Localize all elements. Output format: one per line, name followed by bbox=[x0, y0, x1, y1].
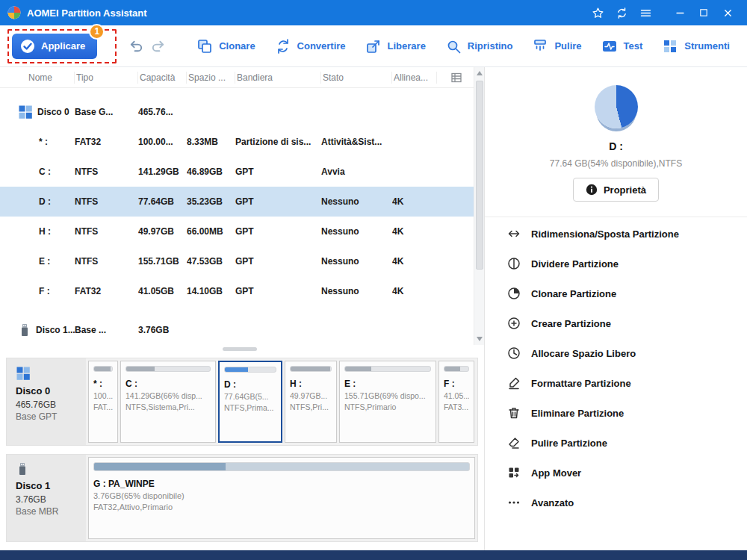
column-header-stato[interactable]: Stato bbox=[321, 72, 392, 84]
table-row-item[interactable]: * :FAT32100.00...8.33MBPartizione di sis… bbox=[0, 127, 474, 157]
close-icon[interactable] bbox=[716, 2, 740, 23]
partition-block-g-pa-winpe[interactable]: G : PA_WINPE3.76GB(65% disponibile)FAT32… bbox=[88, 457, 475, 539]
partition-filesystem: NTFS,Prima... bbox=[224, 403, 276, 412]
column-header-spazio[interactable]: Spazio ... bbox=[187, 72, 235, 84]
partition-block-f[interactable]: F :41.05...FAT3... bbox=[438, 361, 474, 443]
minimize-icon[interactable] bbox=[668, 2, 692, 23]
partition-size: 41.05... bbox=[444, 391, 469, 400]
toolbar-item-strumenti[interactable]: Strumenti bbox=[662, 38, 730, 55]
partition-block-c[interactable]: C :141.29GB(66% disp...NTFS,Sistema,Pri.… bbox=[120, 361, 216, 443]
menu-item-pulire-partizione[interactable]: Pulire Partizione bbox=[485, 428, 747, 458]
menu-item-ridimensiona-sposta-partizione[interactable]: Ridimensiona/Sposta Partizione bbox=[485, 219, 747, 249]
vertical-scrollbar[interactable] bbox=[474, 67, 484, 345]
row-cell: Nessuno bbox=[321, 286, 392, 296]
apply-button[interactable]: Applicare bbox=[12, 34, 97, 59]
row-cell: 35.23GB bbox=[187, 196, 235, 207]
toolbar-item-clonare[interactable]: Clonare bbox=[196, 38, 255, 55]
window-title: AOMEI Partition Assistant bbox=[27, 7, 147, 19]
row-cell: Avvia bbox=[321, 167, 392, 177]
status-strip bbox=[0, 550, 747, 560]
disk-info-disco-0[interactable]: Disco 0465.76GBBase GPT bbox=[7, 358, 86, 445]
properties-button-label: Proprietà bbox=[604, 184, 646, 196]
partition-size: 155.71GB(69% dispo... bbox=[344, 391, 431, 400]
column-header-tipo[interactable]: Tipo bbox=[75, 72, 138, 84]
table-row-h[interactable]: H :NTFS49.97GB66.00MBGPTNessuno4K bbox=[0, 217, 474, 246]
info-icon bbox=[586, 184, 598, 196]
disk-info-disco-1[interactable]: Disco 13.76GBBase MBR bbox=[7, 455, 86, 541]
row-cell: 100.00... bbox=[138, 137, 187, 147]
column-header-capacit[interactable]: Capacità bbox=[138, 72, 187, 84]
toolbar-item-label: Pulire bbox=[554, 40, 581, 52]
properties-button[interactable]: Proprietà bbox=[573, 178, 659, 202]
apply-button-label: Applicare bbox=[41, 40, 85, 52]
partition-size: 49.97GB... bbox=[290, 391, 332, 400]
toolbar-item-ripristino[interactable]: Ripristino bbox=[445, 38, 513, 55]
toolbar-item-test[interactable]: Test bbox=[601, 38, 643, 55]
disk-size: 465.76GB bbox=[16, 399, 81, 410]
row-cell: 14.10GB bbox=[187, 286, 235, 296]
column-header-nome[interactable]: Nome bbox=[0, 72, 75, 84]
row-cell: Partizione di sis... bbox=[235, 137, 321, 147]
convert-icon bbox=[275, 38, 291, 55]
toolbar-item-liberare[interactable]: Liberare bbox=[365, 38, 426, 55]
row-cell: Nessuno bbox=[321, 256, 392, 267]
scrollbar-thumb[interactable] bbox=[476, 81, 483, 270]
table-row-d[interactable]: D :NTFS77.64GB35.23GBGPTNessuno4K bbox=[0, 187, 474, 217]
usage-bar bbox=[344, 366, 431, 372]
menu-item-creare-partizione[interactable]: Creare Partizione bbox=[485, 308, 747, 338]
menu-item-eliminare-partizione[interactable]: Eliminare Partizione bbox=[485, 398, 747, 428]
table-row-f[interactable]: F :FAT3241.05GB14.10GBGPTNessuno4K bbox=[0, 276, 474, 306]
partition-filesystem: FAT32,Attivo,Primario bbox=[93, 503, 470, 511]
row-cell: Nessuno bbox=[321, 226, 392, 237]
column-header-bandiera[interactable]: Bandiera bbox=[235, 72, 321, 84]
favorite-icon[interactable] bbox=[586, 2, 610, 23]
undo-icon[interactable] bbox=[128, 38, 144, 54]
toolbar-item-pulire[interactable]: Pulire bbox=[532, 38, 581, 55]
row-name-cell: Disco 0 bbox=[0, 105, 75, 119]
scroll-up-icon[interactable] bbox=[477, 71, 483, 75]
partition-label: F : bbox=[444, 379, 469, 389]
menu-item-allocare-spazio-libero[interactable]: Allocare Spazio Libero bbox=[485, 338, 747, 368]
scroll-down-icon[interactable] bbox=[477, 337, 483, 341]
menu-item-label: Ridimensiona/Sposta Partizione bbox=[531, 228, 679, 240]
menu-item-app-mover[interactable]: App Mover bbox=[485, 458, 747, 488]
partition-blocks: G : PA_WINPE3.76GB(65% disponibile)FAT32… bbox=[86, 455, 477, 541]
usage-bar bbox=[93, 366, 113, 372]
horizontal-scrollbar-thumb[interactable] bbox=[223, 347, 257, 351]
partition-block-e[interactable]: E :155.71GB(69% dispo...NTFS,Primario bbox=[339, 361, 436, 443]
table-row-disco-0[interactable]: Disco 0Base G...465.76... bbox=[0, 97, 474, 127]
row-cell: Nessuno bbox=[321, 196, 392, 207]
toolbar-item-label: Convertire bbox=[297, 40, 346, 52]
menu-item-avanzato[interactable]: Avanzato bbox=[485, 488, 747, 517]
row-cell: NTFS bbox=[75, 167, 138, 177]
table-options-icon[interactable] bbox=[437, 72, 474, 84]
maximize-icon[interactable] bbox=[692, 2, 716, 23]
horizontal-scrollbar[interactable] bbox=[0, 345, 484, 353]
partition-block-h[interactable]: H :49.97GB...NTFS,Pri... bbox=[285, 361, 337, 443]
format-icon bbox=[507, 376, 521, 390]
toolbar-item-convertire[interactable]: Convertire bbox=[275, 38, 346, 55]
usage-bar bbox=[93, 462, 470, 471]
menu-item-label: Creare Partizione bbox=[531, 318, 611, 329]
free-space-icon bbox=[365, 38, 382, 55]
refresh-icon[interactable] bbox=[610, 2, 633, 23]
row-cell: 66.00MB bbox=[187, 226, 235, 237]
table-row-e[interactable]: E :NTFS155.71GB47.53GBGPTNessuno4K bbox=[0, 246, 474, 276]
partition-filesystem: NTFS,Sistema,Pri... bbox=[125, 402, 211, 411]
table-row-disco-1[interactable]: Disco 1...Base ...3.76GB bbox=[0, 315, 474, 345]
disk-panels: Disco 0465.76GBBase GPT* :100...FAT...C … bbox=[0, 353, 484, 550]
disk-name: Disco 0 bbox=[16, 385, 81, 396]
table-row-c[interactable]: C :NTFS141.29GB46.89GBGPTAvvia bbox=[0, 157, 474, 187]
partition-block-item[interactable]: * :100...FAT... bbox=[88, 361, 118, 443]
menu-icon[interactable] bbox=[633, 2, 657, 23]
clone-partition-icon bbox=[507, 287, 521, 300]
row-cell: Base ... bbox=[75, 325, 138, 335]
redo-icon[interactable] bbox=[150, 38, 166, 54]
menu-item-dividere-partizione[interactable]: Dividere Partizione bbox=[485, 249, 747, 279]
column-header-allinea[interactable]: Allinea... bbox=[392, 72, 437, 84]
row-name-cell: * : bbox=[0, 137, 75, 147]
app-window: AOMEI Partition Assistant Applicare 1 Cl… bbox=[0, 0, 747, 560]
menu-item-formattare-partizione[interactable]: Formattare Partizione bbox=[485, 368, 747, 398]
partition-block-d[interactable]: D :77.64GB(5...NTFS,Prima... bbox=[218, 361, 282, 443]
menu-item-clonare-partizione[interactable]: Clonare Partizione bbox=[485, 279, 747, 308]
